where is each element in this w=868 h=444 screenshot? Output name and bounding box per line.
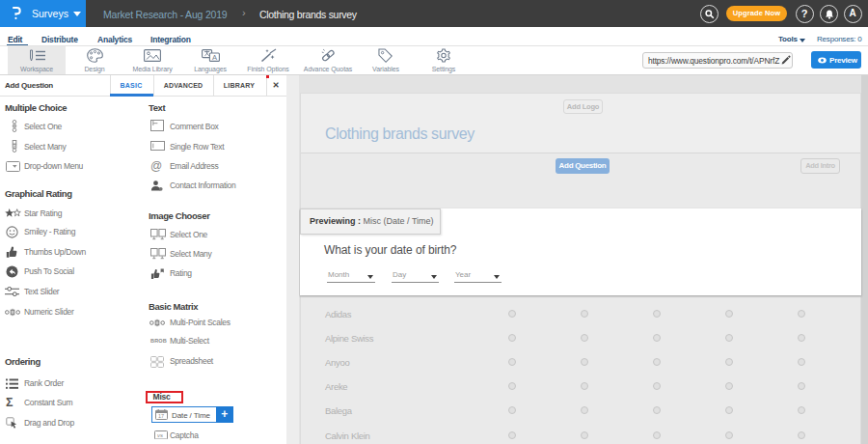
svg-text:17: 17	[158, 413, 164, 419]
svg-text:vs: vs	[157, 432, 163, 438]
svg-text:A: A	[212, 53, 217, 62]
